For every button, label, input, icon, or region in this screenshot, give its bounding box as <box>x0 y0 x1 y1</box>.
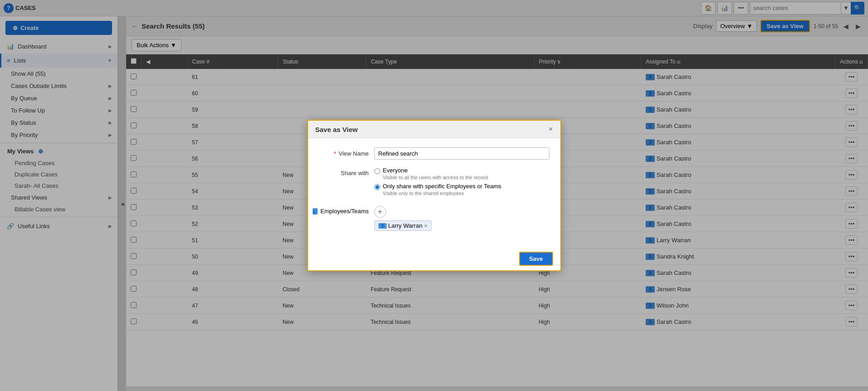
everyone-option: Everyone Visible to all the users with a… <box>374 167 549 180</box>
modal-close-button[interactable]: × <box>549 125 553 133</box>
specific-option: Only share with specific Employees or Te… <box>374 183 549 196</box>
share-with-row: Share with Everyone Visible to all the u… <box>319 167 549 199</box>
modal-footer: Save <box>308 247 560 270</box>
specific-radio[interactable] <box>374 184 380 190</box>
employee-tag: 👤 Larry Warran × <box>374 220 432 231</box>
save-button[interactable]: Save <box>519 252 553 266</box>
view-name-label: * View Name <box>319 147 369 157</box>
share-with-options: Everyone Visible to all the users with a… <box>374 167 549 199</box>
employees-icon: 👥 <box>313 208 318 215</box>
everyone-label: Everyone <box>383 167 408 174</box>
modal-header: Save as View × <box>308 121 560 138</box>
specific-desc: Visible only to the shared employees <box>383 191 501 196</box>
employee-tag-remove-button[interactable]: × <box>424 223 427 229</box>
employees-row: 👥 Employees/Teams + 👤 Larry Warran × <box>319 206 549 231</box>
employees-label: Employees/Teams <box>320 208 368 215</box>
everyone-radio[interactable] <box>374 168 380 174</box>
modal-overlay: Save as View × * View Name Share with Ev… <box>0 0 868 391</box>
save-as-view-modal: Save as View × * View Name Share with Ev… <box>307 120 561 271</box>
view-name-input[interactable] <box>374 147 549 160</box>
everyone-desc: Visible to all the users with access to … <box>383 175 488 180</box>
view-name-row: * View Name <box>319 147 549 160</box>
add-employee-button[interactable]: + <box>374 206 386 218</box>
modal-body: * View Name Share with Everyone Visible … <box>308 138 560 247</box>
employee-name: Larry Warran <box>388 222 422 229</box>
employees-content: + 👤 Larry Warran × <box>374 206 549 231</box>
modal-title: Save as View <box>315 126 358 133</box>
required-star: * <box>334 150 336 157</box>
employees-label-wrapper: 👥 Employees/Teams <box>319 206 369 215</box>
employee-tag-icon: 👤 <box>378 223 387 229</box>
specific-label: Only share with specific Employees or Te… <box>383 183 501 190</box>
share-with-label: Share with <box>319 167 369 176</box>
